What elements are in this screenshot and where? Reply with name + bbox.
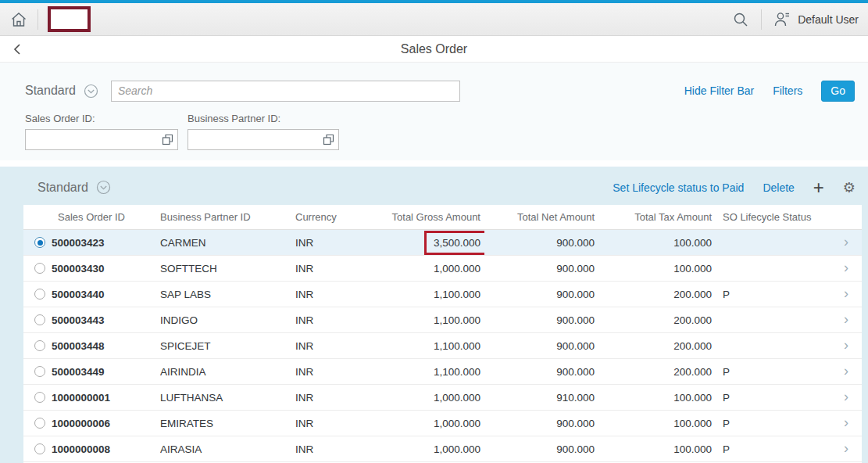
sales-order-table: Sales Order ID Business Partner ID Curre… xyxy=(23,205,862,463)
user-menu[interactable]: Default User xyxy=(773,10,859,29)
row-navigate-chevron-icon[interactable]: › xyxy=(844,417,848,429)
table-row[interactable]: 500003423 CARMEN INR 3,500.000 900.000 1… xyxy=(23,230,862,256)
row-navigate-chevron-icon[interactable]: › xyxy=(844,262,848,275)
row-navigate-chevron-icon[interactable]: › xyxy=(844,288,848,300)
value-help-icon[interactable] xyxy=(162,134,173,145)
cell-gross-amount: 1,000.000 xyxy=(434,263,480,275)
row-navigate-chevron-icon[interactable]: › xyxy=(844,236,848,249)
filter-bar: Standard Hide Filter Bar Filters Go Sale… xyxy=(0,63,868,160)
variant-selector[interactable]: Standard xyxy=(25,84,76,98)
sales-order-id-input[interactable] xyxy=(25,129,178,150)
cell-net-amount: 900.000 xyxy=(484,263,598,275)
business-partner-id-input[interactable] xyxy=(188,129,339,150)
shell-header: Default User xyxy=(0,3,868,36)
table-row[interactable]: 1000000006 EMIRATES INR 1,000.000 900.00… xyxy=(23,411,862,436)
row-select-radio[interactable] xyxy=(34,418,45,429)
application-window: Default User Sales Order Standard Hide F… xyxy=(0,0,868,463)
row-navigate-chevron-icon[interactable]: › xyxy=(844,391,848,404)
cell-sales-order-id: 500003449 xyxy=(52,366,160,378)
row-select-radio[interactable] xyxy=(34,314,45,325)
hide-filter-bar-link[interactable]: Hide Filter Bar xyxy=(684,84,754,97)
table-variant-chevron-down-icon[interactable] xyxy=(96,180,111,195)
filter-field-label: Business Partner ID: xyxy=(188,113,339,124)
cell-tax-amount: 100.000 xyxy=(598,443,715,455)
cell-gross-amount: 1,100.000 xyxy=(434,289,480,300)
row-select-radio[interactable] xyxy=(34,340,45,351)
set-lifecycle-paid-button[interactable]: Set Lifecycle status to Paid xyxy=(613,181,744,194)
cell-lifecycle-status: P xyxy=(715,418,830,429)
filter-field-label: Sales Order ID: xyxy=(25,113,178,124)
cell-gross-amount: 3,500.000 xyxy=(424,231,484,255)
cell-lifecycle-status: P xyxy=(715,366,830,378)
cell-currency: INR xyxy=(281,340,371,352)
value-help-icon[interactable] xyxy=(323,134,334,145)
row-navigate-chevron-icon[interactable]: › xyxy=(844,314,848,326)
cell-tax-amount: 200.000 xyxy=(598,289,715,300)
cell-business-partner: SAP LABS xyxy=(160,289,281,300)
user-label: Default User xyxy=(798,13,859,26)
variant-chevron-down-icon[interactable] xyxy=(84,84,98,99)
cell-business-partner: AIRASIA xyxy=(160,443,281,455)
cell-gross-amount: 1,100.000 xyxy=(434,340,480,352)
table-body: 500003423 CARMEN INR 3,500.000 900.000 1… xyxy=(23,230,862,462)
cell-net-amount: 900.000 xyxy=(484,314,598,326)
table-row[interactable]: 500003440 SAP LABS INR 1,100.000 900.000… xyxy=(23,282,862,307)
cell-lifecycle-status: P xyxy=(715,289,830,300)
column-header-business-partner: Business Partner ID xyxy=(160,211,281,223)
cell-business-partner: SPICEJET xyxy=(160,340,281,352)
table-row[interactable]: 500003430 SOFTTECH INR 1,000.000 900.000… xyxy=(23,256,862,282)
back-icon[interactable] xyxy=(11,42,25,56)
cell-lifecycle-status: P xyxy=(715,392,830,404)
cell-net-amount: 900.000 xyxy=(484,366,598,378)
cell-tax-amount: 100.000 xyxy=(598,392,715,404)
home-icon[interactable] xyxy=(9,10,28,29)
table-header-row: Sales Order ID Business Partner ID Curre… xyxy=(23,205,862,230)
cell-sales-order-id: 500003448 xyxy=(52,340,160,352)
row-select-radio[interactable] xyxy=(34,366,45,377)
cell-tax-amount: 200.000 xyxy=(598,366,715,378)
delete-button[interactable]: Delete xyxy=(763,181,794,194)
search-icon[interactable] xyxy=(731,10,750,29)
cell-currency: INR xyxy=(281,392,371,404)
row-select-radio[interactable] xyxy=(34,263,45,274)
row-select-radio[interactable] xyxy=(34,392,45,403)
cell-gross-amount: 1,100.000 xyxy=(434,366,480,378)
table-row[interactable]: 500003443 INDIGO INR 1,100.000 900.000 2… xyxy=(23,307,862,333)
table-toolbar: Standard Set Lifecycle status to Paid De… xyxy=(0,167,868,205)
cell-gross-amount: 1,000.000 xyxy=(434,392,480,404)
table-row[interactable]: 1000000008 AIRASIA INR 1,000.000 900.000… xyxy=(23,436,862,462)
cell-net-amount: 910.000 xyxy=(484,392,598,404)
column-header-gross-amount: Total Gross Amount xyxy=(371,211,484,223)
cell-sales-order-id: 1000000008 xyxy=(52,443,160,455)
cell-tax-amount: 200.000 xyxy=(598,340,715,352)
cell-business-partner: INDIGO xyxy=(160,314,281,326)
add-icon[interactable]: + xyxy=(813,180,824,196)
table-row[interactable]: 500003448 SPICEJET INR 1,100.000 900.000… xyxy=(23,333,862,359)
filters-link[interactable]: Filters xyxy=(773,84,802,97)
cell-business-partner: LUFTHANSA xyxy=(160,392,281,404)
row-select-radio[interactable] xyxy=(34,289,45,300)
gear-icon[interactable]: ⚙ xyxy=(843,180,855,196)
search-input[interactable] xyxy=(111,81,460,102)
row-navigate-chevron-icon[interactable]: › xyxy=(844,443,848,455)
row-navigate-chevron-icon[interactable]: › xyxy=(844,365,848,378)
cell-lifecycle-status: P xyxy=(715,443,830,455)
cell-sales-order-id: 500003430 xyxy=(52,263,160,275)
cell-currency: INR xyxy=(281,418,371,429)
column-header-tax-amount: Total Tax Amount xyxy=(598,211,715,223)
row-select-radio[interactable] xyxy=(34,237,45,248)
cell-business-partner: AIRINDIA xyxy=(160,366,281,378)
cell-net-amount: 900.000 xyxy=(484,237,598,249)
cell-currency: INR xyxy=(281,263,371,275)
header-divider xyxy=(38,9,38,30)
table-row[interactable]: 500003449 AIRINDIA INR 1,100.000 900.000… xyxy=(23,359,862,385)
cell-currency: INR xyxy=(281,366,371,378)
table-variant-selector[interactable]: Standard xyxy=(38,181,88,195)
row-select-radio[interactable] xyxy=(34,443,45,454)
table-row[interactable]: 1000000001 LUFTHANSA INR 1,000.000 910.0… xyxy=(23,385,862,411)
go-button[interactable]: Go xyxy=(821,81,855,102)
annotation-box xyxy=(48,6,91,32)
row-navigate-chevron-icon[interactable]: › xyxy=(844,339,848,352)
cell-tax-amount: 100.000 xyxy=(598,263,715,275)
cell-sales-order-id: 500003423 xyxy=(52,237,160,249)
